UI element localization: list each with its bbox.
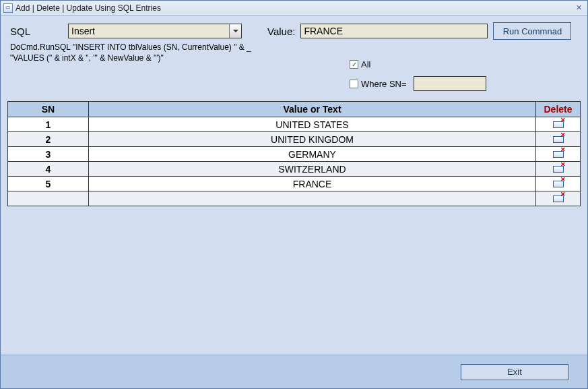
- table-row: [8, 191, 581, 206]
- exit-button[interactable]: Exit: [461, 364, 568, 380]
- table-row: 1UNITED STATES: [8, 117, 581, 132]
- cell-sn: 3: [8, 147, 89, 162]
- all-checkbox-row: ✓ All: [350, 59, 370, 69]
- cell-value: [89, 191, 536, 206]
- table-row: 3GERMANY: [8, 147, 581, 162]
- run-command-button[interactable]: Run Commnad: [493, 22, 571, 40]
- cell-value: FRANCE: [89, 177, 536, 191]
- cell-delete: [536, 191, 581, 206]
- delete-row-icon[interactable]: [553, 120, 564, 128]
- values-table: SN Value or Text Delete 1UNITED STATES2U…: [7, 101, 581, 206]
- table-row: 4SWITZERLAND: [8, 162, 581, 177]
- sql-code-preview: DoCmd.RunSQL "INSERT INTO tblValues (SN,…: [7, 42, 277, 63]
- where-checkbox-row: Where SN=: [350, 76, 486, 91]
- close-icon[interactable]: ✕: [573, 3, 585, 13]
- code-line-2: "VALUES (" & intX & ", '" & NewValue & "…: [10, 53, 164, 63]
- cell-delete: [536, 117, 581, 132]
- all-checkbox-label: All: [361, 59, 370, 69]
- form-icon: ▭: [3, 3, 13, 13]
- cell-delete: [536, 147, 581, 162]
- delete-row-icon[interactable]: [553, 135, 564, 143]
- value-label: Value:: [267, 26, 295, 37]
- cell-value: UNITED KINGDOM: [89, 132, 536, 147]
- cell-sn: 4: [8, 162, 89, 177]
- cell-delete: [536, 177, 581, 191]
- col-header-delete: Delete: [536, 102, 581, 117]
- cell-sn: 1: [8, 117, 89, 132]
- cell-value: UNITED STATES: [89, 117, 536, 132]
- all-checkbox[interactable]: ✓: [350, 60, 358, 69]
- window-title: Add | Delete | Update Using SQL Entries: [15, 3, 573, 13]
- sql-combo-value: Insert: [71, 26, 95, 36]
- table-row: 5FRANCE: [8, 177, 581, 191]
- chevron-down-icon: [233, 30, 238, 32]
- where-sn-input[interactable]: [414, 76, 486, 91]
- cell-value: GERMANY: [89, 147, 536, 162]
- where-checkbox-label: Where SN=: [361, 79, 407, 89]
- table-row: 2UNITED KINGDOM: [8, 132, 581, 147]
- window-frame: ▭ Add | Delete | Update Using SQL Entrie…: [0, 0, 588, 389]
- sql-label: SQL: [7, 26, 63, 37]
- col-header-sn: SN: [8, 102, 89, 117]
- sql-combo[interactable]: Insert: [68, 24, 242, 38]
- delete-row-icon[interactable]: [553, 150, 564, 158]
- titlebar: ▭ Add | Delete | Update Using SQL Entrie…: [1, 1, 587, 16]
- delete-row-icon[interactable]: [553, 179, 564, 187]
- delete-row-icon[interactable]: [553, 164, 564, 173]
- table-header-row: SN Value or Text Delete: [8, 102, 581, 117]
- cell-sn: 5: [8, 177, 89, 191]
- top-controls-row: SQL Insert Value: Run Commnad: [7, 22, 581, 40]
- combo-dropdown-button[interactable]: [229, 24, 241, 38]
- footer-bar: Exit: [1, 355, 587, 388]
- code-line-1: DoCmd.RunSQL "INSERT INTO tblValues (SN,…: [10, 42, 251, 52]
- delete-row-icon[interactable]: [553, 194, 564, 202]
- where-checkbox[interactable]: [350, 80, 358, 88]
- cell-delete: [536, 162, 581, 177]
- cell-sn: 2: [8, 132, 89, 147]
- value-input[interactable]: [300, 24, 488, 38]
- col-header-value: Value or Text: [89, 102, 536, 117]
- cell-value: SWITZERLAND: [89, 162, 536, 177]
- cell-delete: [536, 132, 581, 147]
- form-body: SQL Insert Value: Run Commnad DoCmd.RunS…: [1, 16, 587, 388]
- cell-sn: [8, 191, 89, 206]
